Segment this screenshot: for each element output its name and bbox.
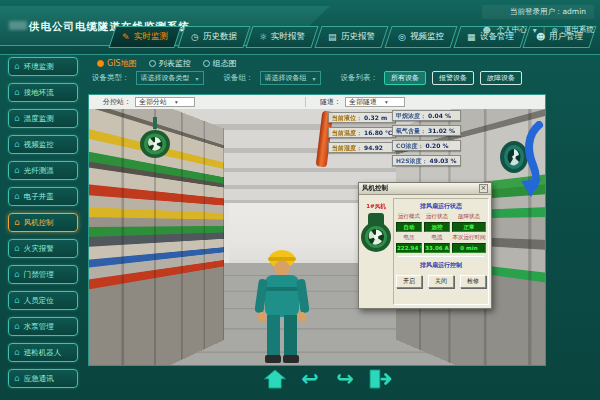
user-icon: ☻ bbox=[482, 26, 490, 35]
power-icon: ⊗ bbox=[551, 26, 558, 35]
home-icon: ⌂ bbox=[14, 348, 20, 357]
sidebar-item-access-control[interactable]: ⌂门禁管理 bbox=[8, 265, 78, 284]
sidebar-item-label: 人员定位 bbox=[24, 296, 54, 306]
radio-list-monitor[interactable]: 列表监控 bbox=[149, 58, 191, 69]
sidebar: ⌂环境监测 ⌂接地环流 ⌂温度监测 ⌂视频监控 ⌂光纤测温 ⌂电子井盖 ⌂风机控… bbox=[0, 57, 86, 388]
device-group-select[interactable]: 请选择设备组▾ bbox=[260, 71, 321, 85]
fault-state-label: 故障状态 bbox=[452, 213, 486, 220]
device-type-select[interactable]: 请选择设备类型▾ bbox=[136, 71, 204, 85]
sidebar-item-water-pump[interactable]: ⌂水泵管理 bbox=[8, 317, 78, 336]
run-state-value: 远控 bbox=[424, 222, 450, 232]
current-user-label: 当前登录用户：admin bbox=[482, 5, 594, 19]
ceiling-fan-left[interactable] bbox=[137, 117, 173, 161]
sensor-h2s: H2S浓度：49.03 % bbox=[392, 155, 461, 166]
redacted-company-name bbox=[9, 21, 27, 30]
station-select[interactable]: 全部分站▾ bbox=[135, 97, 195, 107]
chevron-down-icon: ▾ bbox=[175, 99, 178, 105]
station-filter-label: 分控站： bbox=[103, 97, 131, 107]
sidebar-item-fan-control[interactable]: ⌂风机控制 bbox=[8, 213, 78, 232]
fan-control-dialog: 风机控制 × 1#风机 排风扇运行状态 运行 bbox=[358, 182, 492, 309]
worker-figure bbox=[255, 247, 309, 365]
fan-maintenance-button[interactable]: 检修 bbox=[460, 275, 486, 288]
sidebar-item-label: 温度监测 bbox=[24, 114, 54, 124]
radio-dot bbox=[203, 60, 210, 67]
sidebar-item-fiber-temp[interactable]: ⌂光纤测温 bbox=[8, 161, 78, 180]
sidebar-item-temperature[interactable]: ⌂温度监测 bbox=[8, 109, 78, 128]
fan-start-button[interactable]: 开启 bbox=[396, 275, 422, 288]
bottom-nav: ↩ ↪ bbox=[262, 366, 393, 392]
forward-button[interactable]: ↪ bbox=[332, 366, 358, 392]
sidebar-item-ground-current[interactable]: ⌂接地环流 bbox=[8, 83, 78, 102]
chevron-down-icon: ▾ bbox=[533, 26, 537, 35]
tab-label: 历史数据 bbox=[202, 31, 236, 43]
tunnel-filter-label: 隧道： bbox=[320, 97, 341, 107]
sidebar-item-label: 环境监测 bbox=[24, 62, 54, 72]
close-icon[interactable]: × bbox=[479, 184, 488, 193]
view-mode-radio-group: GIS地图 列表监控 组态图 bbox=[97, 58, 237, 69]
fan-device-tag: 1#风机 bbox=[366, 203, 385, 210]
tunnel-select[interactable]: 全部隧道▾ bbox=[345, 97, 405, 107]
filter-bar: 分控站： 全部分站▾ 隧道： 全部隧道▾ bbox=[89, 95, 545, 109]
radio-gis-map[interactable]: GIS地图 bbox=[97, 58, 137, 69]
sidebar-item-fire-alarm[interactable]: ⌂火灾报警 bbox=[8, 239, 78, 258]
sensor-temperature: 当前温度：16.80 ℃ bbox=[328, 127, 396, 138]
dialog-title: 风机控制 bbox=[362, 184, 388, 193]
divider bbox=[398, 256, 484, 257]
tab-video-monitor[interactable]: ◎ 视频监控 bbox=[384, 26, 457, 48]
all-devices-button[interactable]: 所有设备 bbox=[384, 71, 426, 85]
radio-scada-view[interactable]: 组态图 bbox=[203, 58, 237, 69]
sidebar-item-personnel-location[interactable]: ⌂人员定位 bbox=[8, 291, 78, 310]
fan-stop-button[interactable]: 关闭 bbox=[428, 275, 454, 288]
home-icon: ⌂ bbox=[14, 244, 20, 253]
undo-arrow-icon: ↩ bbox=[301, 369, 319, 390]
run-state-label: 运行状态 bbox=[424, 213, 450, 220]
redo-arrow-icon: ↪ bbox=[336, 369, 354, 390]
tab-history-data[interactable]: ◷ 历史数据 bbox=[177, 26, 250, 48]
fault-devices-button[interactable]: 故障设备 bbox=[480, 71, 522, 85]
radio-dot bbox=[97, 60, 104, 67]
fan-control-header: 排风扇运行控制 bbox=[396, 261, 486, 270]
sidebar-item-label: 视频监控 bbox=[24, 140, 54, 150]
tab-realtime-alarm[interactable]: ☼ 实时报警 bbox=[246, 26, 319, 48]
logout-button[interactable]: 退出系统 bbox=[564, 25, 594, 35]
home-icon: ⌂ bbox=[14, 218, 20, 227]
home-icon: ⌂ bbox=[14, 192, 20, 201]
sensor-co: CO浓度：0.20 % bbox=[392, 140, 461, 151]
fan-status-panel: 排风扇运行状态 运行模式 运行状态 故障状态 自动 远控 正常 电压 电流 本次… bbox=[393, 198, 489, 305]
tab-realtime-monitor[interactable]: ✎ 实时监测 bbox=[108, 26, 181, 48]
sidebar-item-env-monitor[interactable]: ⌂环境监测 bbox=[8, 57, 78, 76]
voltage-value: 222.94 V bbox=[396, 243, 422, 253]
back-button[interactable]: ↩ bbox=[297, 366, 323, 392]
chevron-down-icon: ▾ bbox=[313, 75, 316, 82]
sidebar-item-inspection-robot[interactable]: ⌂巡检机器人 bbox=[8, 343, 78, 362]
direction-arrow-sign bbox=[519, 121, 545, 199]
sidebar-item-video[interactable]: ⌂视频监控 bbox=[8, 135, 78, 154]
clock-icon: ◷ bbox=[191, 32, 199, 42]
top-bar: 供电公司电缆隧道在线监测系统 ✎ 实时监测 ◷ 历史数据 ☼ 实时报警 ▤ 历史… bbox=[0, 0, 600, 55]
monitor-edit-icon: ✎ bbox=[122, 32, 130, 42]
app-window: 供电公司电缆隧道在线监测系统 ✎ 实时监测 ◷ 历史数据 ☼ 实时报警 ▤ 历史… bbox=[0, 0, 600, 400]
home-icon: ⌂ bbox=[14, 62, 20, 71]
exit-button[interactable] bbox=[367, 366, 393, 392]
voltage-label: 电压 bbox=[396, 234, 422, 241]
sidebar-item-label: 光纤测温 bbox=[24, 166, 54, 176]
sidebar-item-emergency-comm[interactable]: ⌂应急通讯 bbox=[8, 369, 78, 388]
current-label: 电流 bbox=[424, 234, 450, 241]
home-icon: ⌂ bbox=[14, 270, 20, 279]
dialog-title-bar[interactable]: 风机控制 × bbox=[359, 183, 491, 195]
alarm-devices-button[interactable]: 报警设备 bbox=[432, 71, 474, 85]
sidebar-item-manhole-cover[interactable]: ⌂电子井盖 bbox=[8, 187, 78, 206]
sensor-humidity: 当前湿度：94.92 bbox=[328, 142, 396, 153]
chevron-down-icon: ▾ bbox=[196, 75, 199, 82]
sidebar-item-label: 水泵管理 bbox=[24, 322, 54, 332]
home-icon: ⌂ bbox=[14, 88, 20, 97]
profile-menu[interactable]: 个人中心 bbox=[497, 25, 527, 35]
tab-history-alarm[interactable]: ▤ 历史报警 bbox=[315, 26, 389, 48]
home-icon: ⌂ bbox=[14, 374, 20, 383]
home-icon: ⌂ bbox=[14, 140, 20, 149]
device-group-label: 设备组： bbox=[224, 73, 254, 83]
home-icon: ⌂ bbox=[14, 166, 20, 175]
home-button[interactable] bbox=[262, 366, 288, 392]
sensor-methane: 甲烷浓度：0.04 % bbox=[392, 110, 461, 121]
sensor-liquid-level: 当前液位：0.32 m bbox=[328, 112, 396, 123]
